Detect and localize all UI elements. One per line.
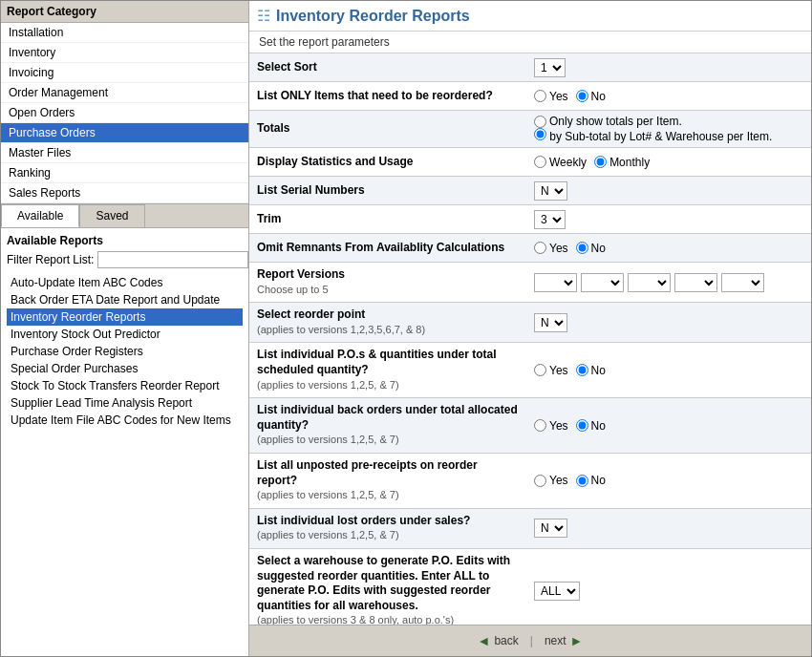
param-row-pre-receipts: List all unposted pre-receipts on reorde…	[249, 454, 811, 509]
filter-label: Filter Report List:	[7, 253, 94, 266]
param-row-lost-orders: List individual lost orders under sales?…	[249, 509, 811, 549]
category-header: Report Category	[1, 1, 248, 23]
param-row-select-sort: Select Sort12345	[249, 53, 811, 82]
params-area: Select Sort12345List ONLY Items that nee…	[249, 53, 811, 625]
radio-no-reorder-only[interactable]: No	[576, 90, 606, 103]
radio-monthly-display-stats[interactable]: Monthly	[594, 156, 650, 169]
radio-yes-reorder-only[interactable]: Yes	[534, 90, 568, 103]
report-list-item[interactable]: Purchase Order Registers	[7, 343, 243, 360]
select-reorder-point[interactable]: NY	[534, 313, 567, 332]
filter-row: Filter Report List:	[7, 251, 243, 268]
param-label-warehouse-po: Select a warehouse to generate P.O. Edit…	[249, 549, 526, 625]
param-row-serial-numbers: List Serial NumbersNY	[249, 177, 811, 205]
select-serial-numbers[interactable]: NY	[534, 181, 567, 201]
category-item[interactable]: Ranking	[1, 163, 248, 183]
param-control-report-versions: 1234567812345678123456781234567812345678	[526, 269, 811, 296]
param-control-lost-orders: NY	[526, 515, 811, 541]
param-control-warehouse-po: ALL	[526, 578, 811, 604]
report-list-item[interactable]: Inventory Reorder Reports	[7, 308, 243, 326]
radio-weekly-display-stats[interactable]: Weekly	[534, 156, 587, 169]
param-control-pre-receipts: Yes No	[526, 470, 811, 491]
param-row-omit-remnants: Omit Remnants From Availablity Calculati…	[249, 234, 811, 263]
version-select-0[interactable]: 12345678	[534, 273, 577, 292]
footer-separator: |	[530, 634, 533, 647]
param-label-report-versions: Report VersionsChoose up to 5	[249, 263, 526, 302]
next-button[interactable]: next ►	[545, 633, 584, 648]
back-label: back	[494, 634, 518, 647]
available-title: Available Reports	[7, 234, 243, 247]
radio-no-individual-po[interactable]: No	[576, 364, 606, 377]
param-control-display-stats: Weekly Monthly	[526, 152, 811, 173]
radio-yes-individual-po[interactable]: Yes	[534, 364, 568, 377]
param-row-reorder-only: List ONLY Items that need to be reordere…	[249, 82, 811, 111]
report-list-item[interactable]: Inventory Stock Out Predictor	[7, 326, 243, 343]
radio-totals-subtotal-totals[interactable]: by Sub-total by Lot# & Warehouse per Ite…	[534, 128, 772, 143]
category-item[interactable]: Inventory	[1, 43, 248, 63]
report-list-item[interactable]: Stock To Stock Transfers Reorder Report	[7, 377, 243, 394]
param-label-totals: Totals	[249, 117, 526, 141]
param-control-totals: Only show totals per Item. by Sub-total …	[526, 111, 811, 147]
category-item[interactable]: Open Orders	[1, 103, 248, 123]
param-control-trim: 12345	[526, 206, 811, 233]
param-label-lost-orders: List individual lost orders under sales?…	[249, 509, 526, 548]
category-item[interactable]: Sales Reports	[1, 183, 248, 203]
report-list-item[interactable]: Supplier Lead Time Analysis Report	[7, 394, 243, 412]
param-row-report-versions: Report VersionsChoose up to 512345678123…	[249, 263, 811, 303]
radio-yes-omit-remnants[interactable]: Yes	[534, 242, 568, 255]
category-item[interactable]: Invoicing	[1, 63, 248, 83]
right-header: ☷ Inventory Reorder Reports	[249, 1, 811, 32]
param-row-trim: Trim12345	[249, 205, 811, 234]
available-section: Available Reports Filter Report List: Au…	[1, 228, 248, 656]
radio-no-omit-remnants[interactable]: No	[576, 242, 606, 255]
report-list-item[interactable]: Auto-Update Item ABC Codes	[7, 274, 243, 291]
tab-available[interactable]: Available	[1, 204, 79, 227]
report-list-item[interactable]: Special Order Purchases	[7, 360, 243, 377]
version-select-3[interactable]: 12345678	[674, 273, 717, 292]
param-control-serial-numbers: NY	[526, 178, 811, 204]
filter-input[interactable]	[97, 251, 248, 268]
select-trim[interactable]: 12345	[534, 210, 566, 229]
footer-bar: ◄ back | next ►	[249, 625, 811, 656]
category-item[interactable]: Master Files	[1, 143, 248, 163]
radio-totals-item-totals[interactable]: Only show totals per Item.	[534, 115, 772, 128]
radio-yes-pre-receipts[interactable]: Yes	[534, 474, 568, 487]
param-control-omit-remnants: Yes No	[526, 238, 811, 259]
param-label-pre-receipts: List all unposted pre-receipts on reorde…	[249, 454, 526, 508]
select-warehouse-po[interactable]: ALL	[534, 582, 580, 601]
back-arrow-icon: ◄	[478, 633, 491, 648]
radio-no-back-orders[interactable]: No	[576, 419, 606, 433]
param-control-reorder-point: NY	[526, 309, 811, 336]
next-label: next	[545, 634, 566, 647]
select-select-sort[interactable]: 12345	[534, 58, 566, 77]
radio-no-pre-receipts[interactable]: No	[576, 474, 606, 487]
param-control-reorder-only: Yes No	[526, 86, 811, 107]
right-header-title: Inventory Reorder Reports	[276, 8, 470, 25]
back-button[interactable]: ◄ back	[478, 633, 519, 648]
param-label-trim: Trim	[249, 207, 526, 232]
radio-yes-back-orders[interactable]: Yes	[534, 419, 568, 433]
param-control-select-sort: 12345	[526, 54, 811, 81]
param-control-back-orders: Yes No	[526, 415, 811, 436]
param-row-reorder-point: Select reorder point(applies to versions…	[249, 303, 811, 343]
category-item[interactable]: Installation	[1, 23, 248, 43]
param-row-warehouse-po: Select a warehouse to generate P.O. Edit…	[249, 549, 811, 625]
version-select-4[interactable]: 12345678	[721, 273, 764, 292]
tab-saved[interactable]: Saved	[79, 204, 144, 227]
report-versions-wrap: 1234567812345678123456781234567812345678	[534, 273, 764, 292]
category-list: InstallationInventoryInvoicingOrder Mana…	[1, 23, 248, 204]
select-lost-orders[interactable]: NY	[534, 519, 567, 538]
version-select-2[interactable]: 12345678	[628, 273, 671, 292]
report-list-item[interactable]: Back Order ETA Date Report and Update	[7, 291, 243, 308]
version-select-1[interactable]: 12345678	[581, 273, 624, 292]
reports-list: Auto-Update Item ABC CodesBack Order ETA…	[7, 274, 243, 650]
params-subtitle: Set the report parameters	[249, 32, 811, 53]
category-item[interactable]: Purchase Orders	[1, 123, 248, 143]
param-row-totals: Totals Only show totals per Item. by Sub…	[249, 111, 811, 148]
category-item[interactable]: Order Management	[1, 83, 248, 103]
report-icon: ☷	[257, 7, 270, 25]
report-list-item[interactable]: Update Item File ABC Codes for New Items	[7, 412, 243, 429]
tabs-row: Available Saved	[1, 204, 248, 228]
param-control-individual-po: Yes No	[526, 360, 811, 381]
param-label-omit-remnants: Omit Remnants From Availablity Calculati…	[249, 236, 526, 261]
param-label-serial-numbers: List Serial Numbers	[249, 179, 526, 203]
